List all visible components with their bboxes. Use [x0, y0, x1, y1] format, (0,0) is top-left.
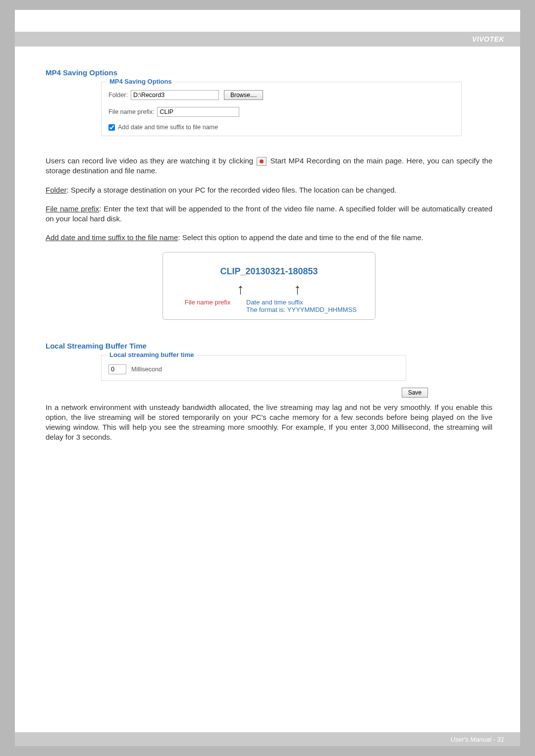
buffer-unit: Millisecond	[131, 366, 162, 373]
para4-label: Add date and time suffix to the file nam…	[46, 233, 178, 242]
folder-input[interactable]	[131, 90, 219, 100]
example-suffix: 20130321-180853	[245, 266, 318, 276]
paragraph-folder: Folder: Specify a storage destination on…	[46, 185, 492, 195]
record-icon	[257, 157, 267, 166]
brand-text: VIVOTEK	[472, 35, 504, 43]
folder-label: Folder:	[108, 92, 128, 99]
filename-example-text: CLIP_20130321-180853	[168, 266, 370, 277]
buffer-input[interactable]	[108, 364, 126, 374]
add-suffix-checkbox[interactable]	[108, 124, 115, 131]
footer-band: User's Manual - 31	[15, 732, 520, 746]
para1-a: Users can record live video as they are …	[46, 156, 253, 165]
save-button[interactable]: Save	[402, 388, 428, 398]
suffix-row: Add date and time suffix to file name	[108, 124, 454, 131]
example-arrows: ↑ ↑	[168, 282, 370, 297]
buffer-panel-legend: Local streaming buffer time	[107, 351, 197, 358]
header-band: VIVOTEK	[15, 32, 520, 47]
para3-text: : Enter the text that will be appended t…	[46, 204, 492, 223]
add-suffix-label: Add date and time suffix to file name	[118, 124, 218, 131]
para2-text: : Specify a storage destination on your …	[67, 186, 397, 194]
buffer-panel: Local streaming buffer time Millisecond	[101, 355, 406, 381]
page: VIVOTEK MP4 Saving Options MP4 Saving Op…	[15, 10, 520, 746]
arrow-suffix-line1: Date and time suffix	[246, 299, 303, 306]
record-dot-icon	[260, 159, 264, 163]
arrow-suffix-label: Date and time suffix The format is: YYYY…	[246, 299, 360, 313]
mp4-section-title: MP4 Saving Options	[46, 68, 492, 77]
example-separator: _	[240, 266, 245, 276]
footer-text: User's Manual - 31	[450, 736, 504, 743]
paragraph-intro: Users can record live video as they are …	[46, 156, 492, 176]
paragraph-buffer: In a network environment with unsteady b…	[46, 403, 492, 443]
paragraph-suffix: Add date and time suffix to the file nam…	[46, 233, 492, 243]
browse-button[interactable]: Browse....	[224, 90, 263, 100]
prefix-row: File name prefix:	[108, 107, 454, 117]
folder-row: Folder: Browse....	[108, 90, 454, 100]
para4-text: : Select this option to append the date …	[178, 233, 423, 242]
prefix-label: File name prefix:	[108, 108, 154, 115]
up-arrow-icon: ↑	[237, 282, 244, 297]
para2-label: Folder	[46, 186, 67, 194]
buffer-row: Millisecond	[108, 364, 399, 374]
filename-example-box: CLIP_20130321-180853 ↑ ↑ File name prefi…	[162, 252, 375, 320]
up-arrow-icon: ↑	[294, 282, 301, 297]
arrow-prefix-label: File name prefix	[178, 299, 237, 313]
mp4-panel-legend: MP4 Saving Options	[107, 78, 175, 85]
paragraph-prefix: File name prefix: Enter the text that wi…	[46, 204, 492, 224]
page-content: MP4 Saving Options MP4 Saving Options Fo…	[46, 68, 492, 452]
save-button-row: Save	[101, 388, 428, 398]
prefix-input[interactable]	[157, 107, 239, 117]
mp4-options-panel: MP4 Saving Options Folder: Browse.... Fi…	[101, 82, 462, 136]
example-arrow-labels: File name prefix Date and time suffix Th…	[168, 299, 370, 313]
buffer-section-title: Local Streaming Buffer Time	[46, 342, 492, 350]
para3-label: File name prefix	[46, 204, 99, 213]
example-prefix: CLIP	[220, 266, 240, 276]
arrow-suffix-line2: The format is: YYYYMMDD_HHMMSS	[246, 306, 357, 313]
